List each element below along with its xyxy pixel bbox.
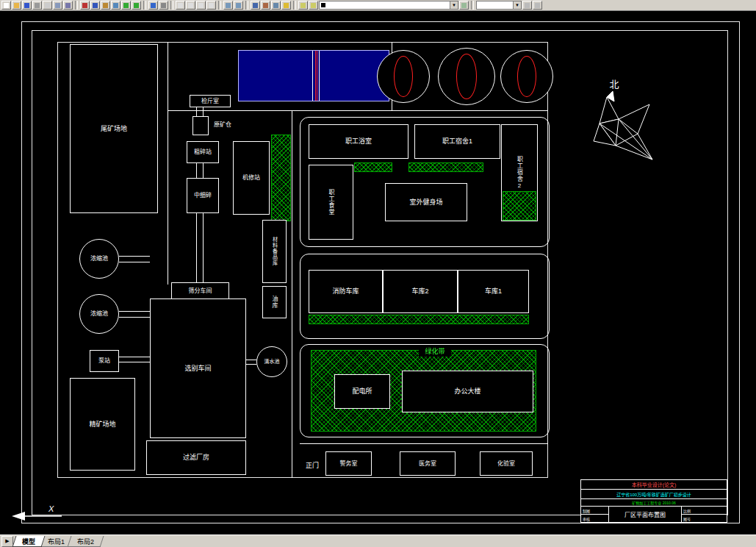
outdoor-gym[interactable]: 室外健身场 bbox=[385, 183, 467, 221]
north-arrow-crane-icon bbox=[585, 88, 662, 165]
office-building[interactable]: 办公大楼 bbox=[402, 371, 533, 412]
staff-dorm-1[interactable]: 职工宿舍1 bbox=[414, 124, 500, 159]
clear-water-pool[interactable]: 清水池 bbox=[256, 346, 287, 377]
sorting-workshop[interactable]: 选别车间 bbox=[150, 298, 246, 438]
pipe-pump-a[interactable] bbox=[119, 357, 150, 357]
staff-bathhouse[interactable]: 职工浴室 bbox=[309, 124, 408, 159]
pump-station[interactable]: 泵站 bbox=[90, 350, 119, 372]
fire-garage[interactable]: 消防车库 bbox=[309, 270, 383, 313]
medical-room[interactable]: 医务室 bbox=[400, 451, 456, 476]
chute-weigh-r[interactable] bbox=[203, 107, 204, 116]
main-gate-label[interactable]: 正门 bbox=[302, 460, 323, 471]
pipe-thickener2-b[interactable] bbox=[119, 317, 150, 318]
hatch-res-1[interactable] bbox=[354, 162, 392, 172]
north-arrow[interactable] bbox=[585, 88, 662, 165]
pool-divider-right[interactable] bbox=[319, 51, 320, 101]
ucs-x-label: X bbox=[48, 504, 54, 513]
tab-layout1-label: 布局1 bbox=[48, 537, 65, 546]
titleblock-cell-number: 图号 bbox=[682, 514, 727, 522]
mid-fine-crushing[interactable]: 中细碎 bbox=[187, 178, 219, 213]
screening-workshop[interactable]: 筛分车间 bbox=[171, 282, 229, 299]
ore-bin-box[interactable] bbox=[192, 116, 209, 135]
title-block[interactable]: 本科毕业设计(论文) 辽宁省100万吨/年铁矿选矿厂初步设计 矿物加工工程专业 … bbox=[580, 479, 727, 523]
pipe-thickener2-a[interactable] bbox=[119, 311, 150, 312]
titleblock-info-line[interactable]: 矿物加工工程专业 2010.06 bbox=[581, 499, 727, 507]
tab-model-label: 模型 bbox=[22, 537, 35, 546]
red-ellipse-mark bbox=[394, 56, 413, 98]
police-room[interactable]: 警务室 bbox=[325, 451, 372, 476]
pool-red-line-a[interactable] bbox=[315, 51, 316, 101]
hatch-strip-west[interactable] bbox=[271, 135, 291, 221]
pipe-clearwater-a[interactable] bbox=[246, 360, 256, 360]
titleblock-drawing-name[interactable]: 厂区平面布置图 bbox=[609, 507, 681, 522]
coarse-crushing[interactable]: 粗碎站 bbox=[187, 141, 219, 163]
drawing-entities-layer: 尾矿场地检斤室原矿仓粗碎站中细碎机修站职工浴室职工宿舍1职工宿舍2职工食堂室外健… bbox=[0, 0, 756, 547]
layout-tabs: 模型布局1布局2 bbox=[18, 535, 102, 547]
ore-bin-label[interactable]: 原矿仓 bbox=[210, 120, 235, 129]
thickener-2[interactable]: 浓缩池 bbox=[79, 294, 119, 334]
pool-red-line-b[interactable] bbox=[317, 51, 317, 101]
staff-canteen[interactable]: 职工食堂 bbox=[309, 165, 353, 240]
titleblock-project-line[interactable]: 辽宁省100万吨/年铁矿选矿厂初步设计 bbox=[581, 490, 727, 499]
tab-layout2-label: 布局2 bbox=[77, 537, 94, 546]
pipe-pump-b[interactable] bbox=[119, 362, 150, 362]
titleblock-cell-draw: 制图 bbox=[581, 507, 608, 514]
tab-layout2[interactable]: 布局2 bbox=[68, 536, 104, 547]
road-bottom[interactable] bbox=[300, 443, 548, 444]
filter-plant[interactable]: 过滤厂房 bbox=[146, 440, 246, 475]
chute-screen-r[interactable] bbox=[203, 213, 204, 282]
pipe-thickener1-a[interactable] bbox=[119, 256, 150, 257]
road-mid-vertical[interactable] bbox=[292, 110, 292, 478]
pipe-thickener1-b[interactable] bbox=[119, 262, 150, 262]
power-substation[interactable]: 配电所 bbox=[334, 374, 390, 409]
garage-2[interactable]: 车库2 bbox=[383, 270, 458, 313]
tailings-yard[interactable]: 尾矿场地 bbox=[70, 44, 158, 213]
chute-screen-l[interactable] bbox=[196, 213, 197, 282]
ucs-icon[interactable]: X bbox=[6, 504, 69, 525]
road-top[interactable] bbox=[168, 110, 548, 111]
road-left-vertical[interactable] bbox=[168, 42, 168, 285]
machine-repair-station[interactable]: 机修站 bbox=[233, 141, 270, 215]
weigh-room[interactable]: 检斤室 bbox=[190, 95, 231, 107]
titleblock-cell-scale: 比例 bbox=[682, 507, 727, 514]
tab-model[interactable]: 模型 bbox=[12, 536, 46, 547]
concentrate-yard[interactable]: 精矿场地 bbox=[70, 378, 135, 471]
chute-crush-r[interactable] bbox=[203, 163, 204, 178]
hatch-garage-strip[interactable] bbox=[309, 315, 529, 324]
hatch-res-3[interactable] bbox=[503, 191, 536, 221]
pool-divider-left[interactable] bbox=[312, 51, 313, 101]
laboratory[interactable]: 化验室 bbox=[480, 451, 533, 476]
tab-scroll-button[interactable]: ▶ bbox=[1, 536, 13, 547]
red-ellipse-mark bbox=[456, 54, 477, 99]
titleblock-school-line[interactable]: 本科毕业设计(论文) bbox=[581, 480, 727, 490]
thickener-1[interactable]: 浓缩池 bbox=[79, 239, 119, 279]
pipe-clearwater-b[interactable] bbox=[246, 364, 256, 365]
sedimentation-pool[interactable] bbox=[238, 50, 389, 101]
garage-1[interactable]: 车库1 bbox=[458, 270, 529, 313]
materials-warehouse[interactable]: 材料备品库 bbox=[262, 220, 287, 283]
chute-weigh-l[interactable] bbox=[196, 107, 197, 116]
red-ellipse-mark bbox=[517, 56, 536, 98]
ucs-x-axis-arrow-icon bbox=[6, 504, 69, 525]
round-tank-2[interactable] bbox=[438, 48, 495, 105]
titleblock-cell-check: 审核 bbox=[581, 514, 608, 522]
layout-tab-bar: ▶ 模型布局1布局2 bbox=[0, 535, 756, 547]
chute-crush-l[interactable] bbox=[196, 163, 197, 178]
round-tank-1[interactable] bbox=[377, 50, 430, 103]
hatch-res-2[interactable] bbox=[408, 162, 483, 172]
oil-depot[interactable]: 油库 bbox=[262, 286, 287, 318]
round-tank-3[interactable] bbox=[500, 50, 553, 103]
green-belt-label[interactable]: 绿化带 bbox=[419, 346, 451, 357]
